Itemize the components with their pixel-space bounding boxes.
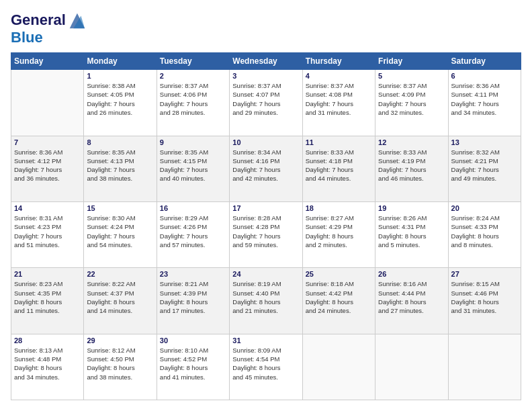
calendar-cell: 17Sunrise: 8:28 AMSunset: 4:28 PMDayligh…: [230, 201, 302, 267]
day-number: 7: [14, 138, 81, 146]
calendar-cell: [448, 334, 521, 400]
day-number: 6: [451, 72, 518, 80]
day-info: Sunrise: 8:33 AMSunset: 4:19 PMDaylight:…: [378, 148, 445, 183]
day-header-friday: Friday: [375, 53, 448, 70]
calendar-cell: 19Sunrise: 8:26 AMSunset: 4:31 PMDayligh…: [375, 201, 448, 267]
day-number: 2: [160, 72, 226, 80]
day-header-monday: Monday: [84, 53, 157, 70]
day-number: 30: [160, 336, 226, 345]
week-row-4: 21Sunrise: 8:23 AMSunset: 4:35 PMDayligh…: [11, 268, 521, 334]
day-number: 29: [87, 336, 153, 345]
calendar-cell: 15Sunrise: 8:30 AMSunset: 4:24 PMDayligh…: [84, 201, 157, 267]
day-info: Sunrise: 8:21 AMSunset: 4:39 PMDaylight:…: [160, 279, 226, 315]
calendar-cell: 3Sunrise: 8:37 AMSunset: 4:07 PMDaylight…: [230, 70, 302, 136]
day-info: Sunrise: 8:26 AMSunset: 4:31 PMDaylight:…: [378, 214, 445, 249]
day-number: 31: [232, 336, 299, 345]
calendar-cell: [11, 70, 84, 136]
day-number: 15: [87, 204, 153, 212]
logo: General Blue: [11, 11, 86, 46]
calendar-cell: 10Sunrise: 8:34 AMSunset: 4:16 PMDayligh…: [230, 136, 302, 201]
day-number: 25: [306, 270, 372, 278]
day-number: 13: [451, 138, 518, 146]
calendar-cell: 5Sunrise: 8:37 AMSunset: 4:09 PMDaylight…: [375, 70, 448, 136]
day-info: Sunrise: 8:18 AMSunset: 4:42 PMDaylight:…: [306, 279, 372, 315]
day-number: 20: [451, 204, 518, 212]
day-header-wednesday: Wednesday: [230, 53, 302, 70]
header: General Blue: [11, 11, 521, 46]
calendar-cell: 1Sunrise: 8:38 AMSunset: 4:05 PMDaylight…: [84, 70, 157, 136]
day-number: 26: [378, 270, 445, 278]
calendar-cell: 27Sunrise: 8:15 AMSunset: 4:46 PMDayligh…: [448, 268, 521, 334]
day-info: Sunrise: 8:29 AMSunset: 4:26 PMDaylight:…: [160, 214, 226, 249]
day-info: Sunrise: 8:23 AMSunset: 4:35 PMDaylight:…: [14, 279, 81, 315]
calendar-cell: 20Sunrise: 8:24 AMSunset: 4:33 PMDayligh…: [448, 201, 521, 267]
calendar-cell: 24Sunrise: 8:19 AMSunset: 4:40 PMDayligh…: [230, 268, 302, 334]
day-info: Sunrise: 8:09 AMSunset: 4:54 PMDaylight:…: [232, 346, 299, 381]
day-number: 1: [87, 72, 153, 80]
day-info: Sunrise: 8:32 AMSunset: 4:21 PMDaylight:…: [451, 148, 518, 183]
day-number: 17: [232, 204, 299, 212]
day-info: Sunrise: 8:37 AMSunset: 4:07 PMDaylight:…: [232, 81, 299, 117]
calendar-cell: 11Sunrise: 8:33 AMSunset: 4:18 PMDayligh…: [302, 136, 375, 201]
calendar-cell: 16Sunrise: 8:29 AMSunset: 4:26 PMDayligh…: [157, 201, 229, 267]
logo-blue: Blue: [11, 29, 43, 46]
day-info: Sunrise: 8:33 AMSunset: 4:18 PMDaylight:…: [306, 148, 372, 183]
calendar-cell: 13Sunrise: 8:32 AMSunset: 4:21 PMDayligh…: [448, 136, 521, 201]
week-row-2: 7Sunrise: 8:36 AMSunset: 4:12 PMDaylight…: [11, 136, 521, 201]
calendar-cell: 25Sunrise: 8:18 AMSunset: 4:42 PMDayligh…: [302, 268, 375, 334]
calendar-header-row: SundayMondayTuesdayWednesdayThursdayFrid…: [11, 53, 521, 70]
day-info: Sunrise: 8:31 AMSunset: 4:23 PMDaylight:…: [14, 214, 81, 249]
logo-icon: [67, 11, 86, 30]
day-number: 22: [87, 270, 153, 278]
day-number: 27: [451, 270, 518, 278]
day-number: 4: [306, 72, 372, 80]
day-number: 9: [160, 138, 226, 146]
calendar-cell: 9Sunrise: 8:35 AMSunset: 4:15 PMDaylight…: [157, 136, 229, 201]
calendar-cell: 6Sunrise: 8:36 AMSunset: 4:11 PMDaylight…: [448, 70, 521, 136]
calendar-cell: 26Sunrise: 8:16 AMSunset: 4:44 PMDayligh…: [375, 268, 448, 334]
day-info: Sunrise: 8:37 AMSunset: 4:09 PMDaylight:…: [378, 81, 445, 117]
day-info: Sunrise: 8:38 AMSunset: 4:05 PMDaylight:…: [87, 81, 153, 117]
day-number: 18: [306, 204, 372, 212]
day-header-saturday: Saturday: [448, 53, 521, 70]
day-number: 21: [14, 270, 81, 278]
calendar-table: SundayMondayTuesdayWednesdayThursdayFrid…: [11, 52, 521, 400]
day-info: Sunrise: 8:10 AMSunset: 4:52 PMDaylight:…: [160, 346, 226, 381]
calendar-cell: 29Sunrise: 8:12 AMSunset: 4:50 PMDayligh…: [84, 334, 157, 400]
week-row-3: 14Sunrise: 8:31 AMSunset: 4:23 PMDayligh…: [11, 201, 521, 267]
day-info: Sunrise: 8:22 AMSunset: 4:37 PMDaylight:…: [87, 279, 153, 315]
calendar-cell: 21Sunrise: 8:23 AMSunset: 4:35 PMDayligh…: [11, 268, 84, 334]
calendar-cell: 18Sunrise: 8:27 AMSunset: 4:29 PMDayligh…: [302, 201, 375, 267]
day-number: 23: [160, 270, 226, 278]
day-number: 14: [14, 204, 81, 212]
day-info: Sunrise: 8:36 AMSunset: 4:11 PMDaylight:…: [451, 81, 518, 117]
day-number: 11: [306, 138, 372, 146]
day-number: 8: [87, 138, 153, 146]
calendar-cell: 8Sunrise: 8:35 AMSunset: 4:13 PMDaylight…: [84, 136, 157, 201]
calendar-cell: 12Sunrise: 8:33 AMSunset: 4:19 PMDayligh…: [375, 136, 448, 201]
day-header-tuesday: Tuesday: [157, 53, 229, 70]
calendar-cell: 30Sunrise: 8:10 AMSunset: 4:52 PMDayligh…: [157, 334, 229, 400]
day-info: Sunrise: 8:34 AMSunset: 4:16 PMDaylight:…: [232, 148, 299, 183]
day-number: 10: [232, 138, 299, 146]
day-number: 5: [378, 72, 445, 80]
day-info: Sunrise: 8:16 AMSunset: 4:44 PMDaylight:…: [378, 279, 445, 315]
day-number: 24: [232, 270, 299, 278]
calendar-cell: 4Sunrise: 8:37 AMSunset: 4:08 PMDaylight…: [302, 70, 375, 136]
day-number: 12: [378, 138, 445, 146]
week-row-5: 28Sunrise: 8:13 AMSunset: 4:48 PMDayligh…: [11, 334, 521, 400]
day-info: Sunrise: 8:12 AMSunset: 4:50 PMDaylight:…: [87, 346, 153, 381]
day-info: Sunrise: 8:37 AMSunset: 4:06 PMDaylight:…: [160, 81, 226, 117]
day-number: 16: [160, 204, 226, 212]
day-info: Sunrise: 8:36 AMSunset: 4:12 PMDaylight:…: [14, 148, 81, 183]
calendar-cell: 28Sunrise: 8:13 AMSunset: 4:48 PMDayligh…: [11, 334, 84, 400]
calendar-cell: 31Sunrise: 8:09 AMSunset: 4:54 PMDayligh…: [230, 334, 302, 400]
day-number: 3: [232, 72, 299, 80]
day-number: 28: [14, 336, 81, 345]
day-number: 19: [378, 204, 445, 212]
week-row-1: 1Sunrise: 8:38 AMSunset: 4:05 PMDaylight…: [11, 70, 521, 136]
day-info: Sunrise: 8:30 AMSunset: 4:24 PMDaylight:…: [87, 214, 153, 249]
day-info: Sunrise: 8:37 AMSunset: 4:08 PMDaylight:…: [306, 81, 372, 117]
day-info: Sunrise: 8:19 AMSunset: 4:40 PMDaylight:…: [232, 279, 299, 315]
day-info: Sunrise: 8:15 AMSunset: 4:46 PMDaylight:…: [451, 279, 518, 315]
